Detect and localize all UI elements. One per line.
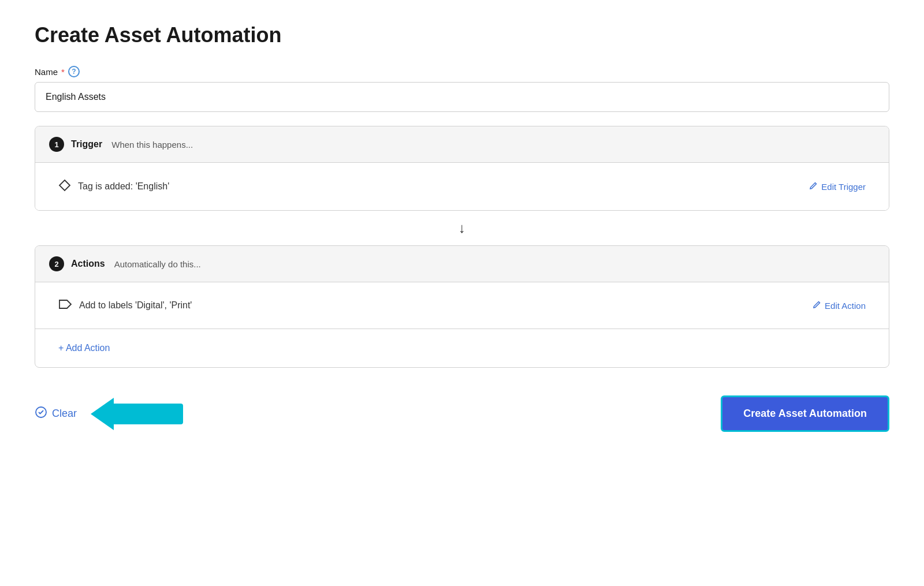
edit-trigger-icon [808,181,818,192]
create-button-label: Create Asset Automation [743,408,867,419]
trigger-content-row: Tag is added: 'English' [58,179,169,194]
trigger-subtitle: When this happens... [111,140,193,150]
trigger-header: 1 Trigger When this happens... [35,126,889,163]
clear-area: Clear [35,398,183,430]
add-action-label: + Add Action [58,343,110,353]
actions-title: Actions [71,259,105,269]
arrow-shaft [114,404,183,424]
edit-action-button[interactable]: Edit Action [812,300,866,311]
edit-action-label: Edit Action [825,301,866,311]
tag-icon [58,179,71,194]
clear-icon [35,406,47,421]
trigger-text: Tag is added: 'English' [78,181,169,192]
trigger-title: Trigger [71,139,102,150]
clear-label: Clear [52,408,77,420]
trigger-card: 1 Trigger When this happens... Tag is ad… [35,126,889,211]
action-content-row: Add to labels 'Digital', 'Print' [58,298,192,312]
label-icon [58,298,72,312]
add-action-row: + Add Action [35,329,889,367]
actions-card: 2 Actions Automatically do this... Add t… [35,245,889,368]
action-row: Add to labels 'Digital', 'Print' Edit Ac… [35,282,889,329]
actions-step-badge: 2 [49,256,64,271]
arrow-annotation [91,398,183,430]
flow-arrow: ↓ [35,211,889,245]
add-action-button[interactable]: + Add Action [58,343,110,353]
name-input[interactable] [35,82,889,112]
name-field-label: Name [35,67,58,77]
edit-action-icon [812,300,821,311]
help-icon[interactable]: ? [68,66,80,77]
trigger-step-badge: 1 [49,137,64,152]
required-indicator: * [61,67,65,77]
arrow-head [91,398,114,430]
create-asset-automation-button[interactable]: Create Asset Automation [721,395,889,432]
edit-trigger-button[interactable]: Edit Trigger [808,181,866,192]
actions-header: 2 Actions Automatically do this... [35,246,889,282]
name-label: Name * ? [35,66,889,77]
trigger-body: Tag is added: 'English' Edit Trigger [35,163,889,210]
edit-trigger-label: Edit Trigger [821,182,866,192]
clear-button[interactable]: Clear [35,406,77,421]
actions-subtitle: Automatically do this... [114,259,201,269]
action-text: Add to labels 'Digital', 'Print' [79,300,192,311]
bottom-bar: Clear Create Asset Automation [35,395,889,432]
page-title: Create Asset Automation [35,23,889,47]
